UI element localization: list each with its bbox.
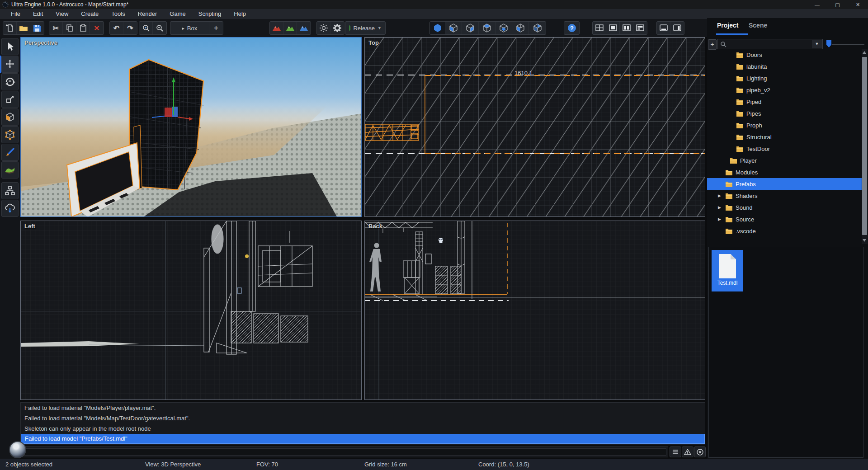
tree-item-vscode[interactable]: .vscode [707,225,862,237]
tree-item-prefabs[interactable]: Prefabs [707,178,862,190]
search-input[interactable]: ▼ [717,39,823,49]
console-log-filter-button[interactable] [670,446,681,457]
open-file-button[interactable] [17,22,30,34]
face-select-tool-button[interactable] [1,108,19,126]
file-browser[interactable]: Test.mdl [708,247,863,458]
paste-button[interactable] [76,22,90,34]
layout-columns-button[interactable] [620,22,633,34]
console-line[interactable]: Failed to load material "Models/Player/p… [21,403,705,413]
tree-item-doors[interactable]: Doors [707,49,862,61]
slider-handle[interactable] [826,40,831,47]
terrain-tool-button[interactable] [1,161,19,179]
zoom-out-button[interactable] [153,22,166,34]
settings-button[interactable] [330,22,344,34]
menu-scripting[interactable]: Scripting [192,9,228,19]
tree-item-piped[interactable]: Piped [707,96,862,108]
save-button[interactable] [30,22,44,34]
menu-view[interactable]: View [49,9,75,19]
menu-create[interactable]: Create [75,9,105,19]
viewport-perspective[interactable]: Perspective [20,37,362,217]
menu-render[interactable]: Render [132,9,164,19]
primitive-type-dropdown[interactable]: ▸ Box [170,22,209,34]
tree-item-lighting[interactable]: Lighting [707,72,862,84]
scroll-down-arrow[interactable] [863,239,866,242]
cut-button[interactable]: ✂ [49,22,63,34]
console-line[interactable]: Skeleton can only appear in the model ro… [21,423,705,434]
tree-item-testdoor[interactable]: TestDoor [707,143,862,155]
toggle-right-panel-button[interactable] [670,22,684,34]
move-tool-button[interactable] [1,56,19,73]
terrain-raise-button[interactable] [270,22,283,34]
view-cube-right-button[interactable] [462,22,479,34]
tab-scene[interactable]: Scene [749,22,767,29]
thumbnail-size-slider[interactable] [826,39,866,49]
console-panel[interactable]: Failed to load material "Models/Player/p… [20,402,705,445]
tree-item-pipeb-v2[interactable]: pipeb_v2 [707,84,862,96]
console-hscrollbar[interactable] [20,446,668,457]
menu-game[interactable]: Game [163,9,192,19]
expand-arrow-icon[interactable]: ▶ [718,205,721,210]
terrain-paint-button[interactable] [297,22,311,34]
menu-tools[interactable]: Tools [105,9,131,19]
redo-button[interactable]: ↷ [123,22,137,34]
tree-item-modules[interactable]: Modules [707,166,862,178]
viewport-back[interactable]: Back [364,221,705,400]
new-file-button[interactable] [3,22,17,34]
tree-item-pipes[interactable]: Pipes [707,108,862,119]
console-error-filter-button[interactable] [694,446,706,457]
vertex-select-tool-button[interactable] [1,126,19,143]
minimize-button[interactable]: — [807,0,827,9]
tree-item-shaders[interactable]: ▶Shaders [707,190,862,202]
tab-project[interactable]: Project [717,22,738,29]
menu-file[interactable]: File [5,9,27,19]
layout-single-button[interactable] [606,22,620,34]
layout-split-button[interactable] [633,22,647,34]
rotate-tool-button[interactable] [1,73,19,90]
undo-button[interactable]: ↶ [110,22,123,34]
scale-tool-button[interactable] [1,91,19,108]
tree-item-labunita[interactable]: labunita [707,61,862,72]
console-warning-filter-button[interactable] [682,446,693,457]
menu-help[interactable]: Help [227,9,252,19]
layout-quad-button[interactable] [593,22,606,34]
scrollbar-thumb[interactable] [862,57,867,235]
zoom-in-button[interactable] [139,22,153,34]
tree-item-source[interactable]: ▶Source [707,213,862,225]
expand-arrow-icon[interactable]: ▶ [718,193,721,198]
view-solid-button[interactable] [430,22,445,34]
help-button[interactable]: ? [564,22,579,34]
tree-scrollbar[interactable] [862,49,868,244]
tree-item-player[interactable]: Player [707,155,862,166]
run-configuration-dropdown[interactable]: Release ▼ [345,22,385,34]
view-cube-bottom-button[interactable] [495,22,512,34]
console-line-selected[interactable]: Failed to load model "Prefabs/Test.mdl" [21,434,705,444]
add-asset-button[interactable]: + [708,39,717,50]
tree-item-structural[interactable]: Structural [707,131,862,143]
viewport-top[interactable]: Top 1610.1 [364,37,705,217]
select-tool-button[interactable] [1,38,19,55]
asset-download-tool-button[interactable] [1,200,19,217]
tree-item-sound[interactable]: ▶Sound [707,202,862,213]
view-cube-left-button[interactable] [512,22,529,34]
hierarchy-tool-button[interactable] [1,182,19,199]
viewport-left[interactable]: Left [20,221,362,400]
copy-button[interactable] [63,22,76,34]
paint-tool-button[interactable] [1,144,19,161]
menu-edit[interactable]: Edit [27,9,49,19]
maximize-button[interactable]: ▢ [827,0,848,9]
tree-item-proph[interactable]: Proph [707,119,862,131]
scroll-up-arrow[interactable] [863,51,866,54]
environment-light-button[interactable] [317,22,330,34]
view-cube-front-button[interactable] [445,22,462,34]
view-cube-top-button[interactable] [479,22,495,34]
delete-button[interactable]: ✕ [90,22,104,34]
search-dropdown-arrow[interactable]: ▼ [812,40,822,48]
file-tile-selected[interactable]: Test.mdl [712,250,743,291]
view-cube-back-button[interactable] [529,22,546,34]
terrain-lower-button[interactable] [283,22,297,34]
close-button[interactable]: ✕ [848,0,868,9]
add-primitive-button[interactable]: + [209,22,223,34]
avatar[interactable] [9,441,26,458]
expand-arrow-icon[interactable]: ▶ [718,217,721,221]
console-line[interactable]: Failed to load material "Models/Map/Test… [21,413,705,423]
